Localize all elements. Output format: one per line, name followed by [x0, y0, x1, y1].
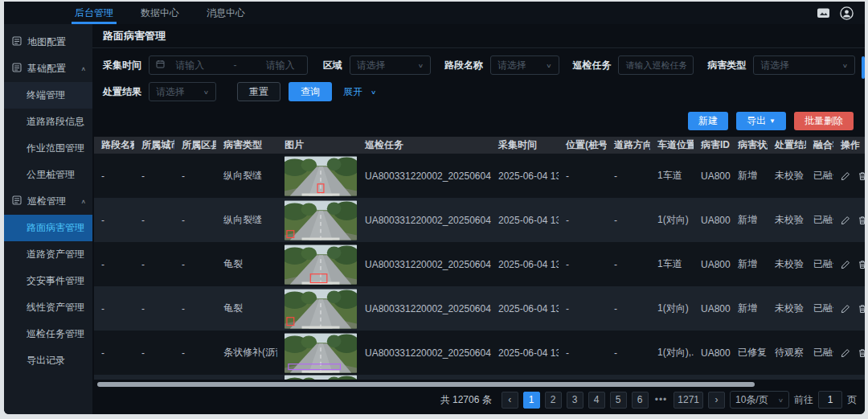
cell-disease-id: UA800...	[694, 259, 731, 270]
edit-icon[interactable]	[841, 348, 850, 358]
cell-task: UA800331220002_20250604133852059	[358, 303, 491, 314]
basic-config-icon	[12, 63, 22, 75]
page-button-4[interactable]: 4	[588, 392, 605, 409]
sidebar-item-map-config[interactable]: 地图配置	[4, 29, 92, 55]
cell-result: 未校验	[768, 257, 806, 271]
road-name-select[interactable]: 请选择 ∨	[490, 55, 559, 75]
road-photo-thumbnail[interactable]	[285, 156, 357, 196]
col-county: 所属区县	[174, 138, 216, 152]
cell-road-name: -	[94, 215, 134, 226]
page-button-5[interactable]: 5	[610, 392, 627, 409]
sidebar-item-road-disease-mgmt[interactable]: 路面病害管理	[4, 215, 92, 241]
edit-icon[interactable]	[841, 304, 850, 314]
road-photo-thumbnail[interactable]	[285, 200, 357, 240]
delete-icon[interactable]	[858, 304, 865, 314]
topbar: 后台管理 数据中心 消息中心	[4, 2, 865, 24]
cell-stake: -	[559, 259, 607, 270]
horizontal-scrollbar-track[interactable]	[97, 381, 862, 388]
col-direction: 道路方向	[607, 138, 650, 152]
cell-disease-id: UA800...	[694, 347, 731, 359]
tab-backend-management[interactable]: 后台管理	[75, 2, 113, 24]
cell-collect-time: 2025-06-04 13:50	[491, 215, 559, 226]
chevron-down-icon: ∨	[203, 88, 209, 95]
disease-type-select[interactable]: 请选择 ∨	[753, 55, 855, 75]
delete-icon[interactable]	[858, 348, 865, 358]
cell-result: 待观察	[768, 346, 806, 359]
cell-stake: -	[559, 215, 607, 226]
page-button-1[interactable]: 1	[523, 392, 540, 409]
more-pages-ellipsis[interactable]: •••	[653, 394, 669, 405]
col-disease-type: 病害类型	[216, 138, 277, 152]
cell-direction: -	[607, 215, 650, 226]
sidebar-item-basic-config[interactable]: 基础配置 ∧	[4, 55, 92, 82]
page-button-6[interactable]: 6	[632, 392, 649, 409]
batch-delete-button[interactable]: 批量删除	[794, 112, 854, 130]
road-photo-thumbnail[interactable]	[285, 333, 357, 373]
screen-monitor-icon[interactable]	[817, 7, 830, 19]
page-button-3[interactable]: 3	[567, 392, 583, 409]
sidebar-item-road-section-info[interactable]: 道路路段信息	[4, 109, 92, 135]
sidebar-item-linear-asset-mgmt[interactable]: 线性资产管理	[4, 294, 92, 321]
search-button[interactable]: 查询	[289, 82, 332, 101]
sidebar-item-inspection-task-mgmt[interactable]: 巡检任务管理	[4, 321, 92, 347]
cell-lane: 1车道	[650, 169, 694, 183]
prev-page-button[interactable]: ‹	[502, 392, 518, 409]
sidebar-item-terminal-mgmt[interactable]: 终端管理	[4, 82, 92, 109]
cell-lane: 1车道	[650, 257, 694, 271]
inspection-task-input[interactable]	[618, 55, 694, 75]
end-date-placeholder: 请输入	[260, 59, 301, 72]
cell-disease-id: UA800...	[694, 170, 731, 182]
region-select[interactable]: 请选择 ∨	[350, 55, 431, 75]
disposal-result-select[interactable]: 请选择 ∨	[149, 82, 216, 101]
cell-status: 新增	[731, 213, 768, 227]
topbar-right	[817, 2, 865, 24]
tab-message-center[interactable]: 消息中心	[207, 2, 245, 24]
page-button-2[interactable]: 2	[545, 392, 562, 409]
goto-unit: 页	[847, 393, 857, 407]
road-photo-thumbnail[interactable]	[285, 244, 357, 285]
sidebar-item-inspection-mgmt[interactable]: 巡检管理 ∧	[4, 188, 92, 215]
export-button[interactable]: 导出▼	[736, 112, 786, 130]
sidebar-item-road-asset-mgmt[interactable]: 道路资产管理	[4, 241, 92, 268]
next-page-button[interactable]: ›	[708, 392, 725, 409]
edit-icon[interactable]	[841, 260, 850, 269]
expand-filters-toggle[interactable]: 展开∨	[343, 85, 376, 99]
user-avatar-icon[interactable]	[840, 6, 854, 20]
cell-city: -	[134, 259, 174, 270]
collapse-arrow-icon: ∧	[80, 199, 86, 205]
delete-icon[interactable]	[858, 216, 865, 225]
cell-direction: -	[607, 259, 650, 270]
cell-disease-type: 条状修补(沥青)	[216, 346, 277, 359]
tab-data-center[interactable]: 数据中心	[141, 2, 179, 24]
cell-lane: 1(对向),...	[650, 346, 694, 359]
chevron-down-icon: ∨	[778, 396, 784, 403]
page-size-select[interactable]: 10条/页 ∨	[730, 391, 789, 409]
cell-city: -	[134, 303, 174, 314]
chevron-down-icon: ∨	[546, 62, 551, 68]
cell-road-name: -	[94, 259, 134, 270]
road-photo-thumbnail[interactable]	[285, 289, 357, 329]
cell-collect-time: 2025-06-04 13:50	[491, 303, 559, 314]
road-photo-thumbnail[interactable]	[285, 375, 357, 380]
sidebar-item-traffic-safety-event-mgmt[interactable]: 交安事件管理	[4, 268, 92, 294]
create-button[interactable]: 新建	[688, 112, 728, 130]
sidebar-item-kilometer-post-mgmt[interactable]: 公里桩管理	[4, 162, 92, 188]
reset-button[interactable]: 重置	[237, 82, 280, 101]
edit-icon[interactable]	[841, 216, 850, 225]
col-result: 处置结果	[768, 138, 806, 152]
delete-icon[interactable]	[858, 171, 865, 181]
expand-label: 展开	[343, 85, 362, 99]
goto-page-input[interactable]	[818, 391, 842, 409]
disposal-result-label: 处置结果	[103, 85, 141, 99]
sidebar-item-work-scope-mgmt[interactable]: 作业范围管理	[4, 135, 92, 162]
collect-time-range-input[interactable]: 请输入 - 请输入	[149, 55, 308, 75]
cell-county: -	[174, 170, 216, 182]
col-collect-time: 采集时间	[491, 138, 559, 152]
export-label: 导出	[747, 114, 766, 128]
right-edge-scroll-indicator[interactable]	[862, 56, 865, 79]
page-button-last[interactable]: 1271	[674, 392, 703, 409]
edit-icon[interactable]	[841, 171, 850, 181]
delete-icon[interactable]	[858, 260, 865, 269]
sidebar-item-export-records[interactable]: 导出记录	[4, 347, 92, 374]
horizontal-scrollbar-thumb[interactable]	[97, 382, 755, 387]
